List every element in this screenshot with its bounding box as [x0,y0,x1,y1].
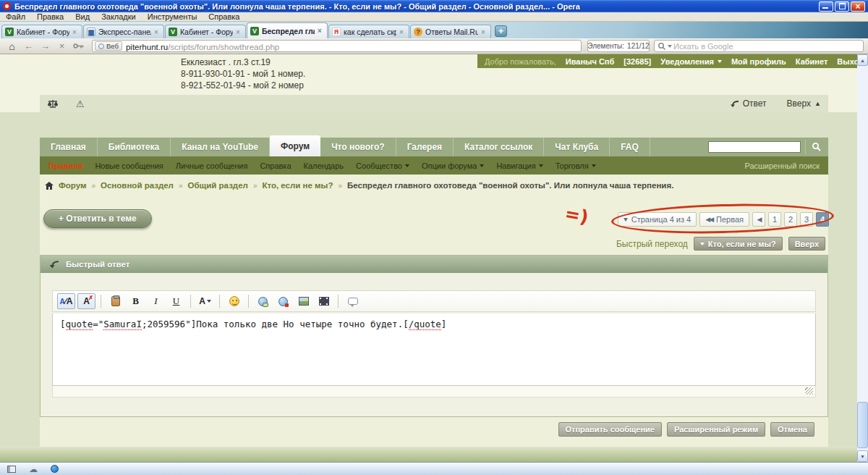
breadcrumb-link[interactable]: Основной раздел [101,181,174,190]
browser-tab[interactable]: Кабинет - Форум... × [1,25,82,38]
send-message-button[interactable]: Отправить сообщение [558,422,662,437]
prev-page-button[interactable]: ◀ [752,212,765,227]
restore-button[interactable] [835,1,849,12]
browser-tab-active[interactable]: Беспредел главно... × [247,22,328,38]
tab-close-icon[interactable]: × [481,29,488,35]
search-engine-dropdown-icon[interactable] [668,45,672,48]
scroll-down-icon[interactable]: ▼ [857,450,868,462]
nav-tab-chat[interactable]: Чат Клуба [544,138,610,156]
subnav-navigation[interactable]: Навигация [496,161,542,170]
cloud-icon[interactable]: ☁ [29,466,38,473]
reply-link[interactable]: Ответ [730,98,767,109]
nav-tab-library[interactable]: Библиотека [98,138,171,156]
browser-tab[interactable]: Экспресс-панель × [83,25,164,38]
breadcrumb-link[interactable]: Кто, если не мы? [262,181,333,190]
underline-icon[interactable]: U [167,293,185,309]
browser-search-field[interactable] [654,40,864,52]
nav-tab-whats-new[interactable]: Что нового? [320,138,396,156]
close-button[interactable] [851,1,865,12]
key-icon[interactable] [71,40,86,53]
unlink-icon[interactable] [274,293,292,309]
browser-tab[interactable]: Кабинет - Форум... × [165,25,246,38]
browser-tab[interactable]: Ответы Mail.Ru: ка... × [410,25,491,38]
reply-to-thread-button[interactable]: + Ответить в теме [43,209,152,228]
nav-tab-faq[interactable]: FAQ [610,138,650,156]
minimize-button[interactable] [819,1,833,12]
switch-editor-mode-icon[interactable]: A∕A [57,293,75,309]
page-button-1[interactable]: 1 [768,212,781,227]
username-link[interactable]: Иваныч Спб [566,57,615,66]
subnav-new-messages[interactable]: Новые сообщения [95,161,163,170]
menu-help[interactable]: Справка [208,12,239,21]
nav-tab-home[interactable]: Главная [40,138,98,156]
nav-tab-youtube[interactable]: Канал на YouTube [171,138,270,156]
resize-grip-icon[interactable] [805,387,813,395]
cabinet-link[interactable]: Кабинет [796,57,828,66]
profile-link[interactable]: Мой профиль [731,57,786,66]
insert-link-icon[interactable] [254,293,272,309]
insert-video-icon[interactable] [315,293,333,309]
nav-tab-links[interactable]: Каталог ссылок [454,138,544,156]
notifications-link[interactable]: Уведомления [660,57,722,66]
subnav-private-messages[interactable]: Личные сообщения [176,161,248,170]
wrap-quote-icon[interactable] [344,293,362,309]
smilies-icon[interactable] [225,293,243,309]
paste-icon[interactable] [106,293,124,309]
subnav-community[interactable]: Сообщество [356,161,409,170]
breadcrumb-link[interactable]: Форум [59,181,86,190]
scroll-up-icon[interactable]: ▲ [857,54,868,66]
forum-search-button[interactable] [805,140,822,154]
stop-icon[interactable]: × [54,40,69,53]
security-badge[interactable]: Веб [95,41,122,51]
nav-tab-gallery[interactable]: Галерея [396,138,454,156]
menu-file[interactable]: Файл [6,12,25,21]
remove-format-icon[interactable]: A [77,293,95,309]
page-button-3[interactable]: 3 [800,212,813,227]
italic-icon[interactable]: I [147,293,165,309]
tab-close-icon[interactable]: × [72,29,79,35]
bold-icon[interactable]: B [127,293,145,309]
menu-bookmarks[interactable]: Закладки [101,12,136,21]
breadcrumb-link[interactable]: Общий раздел [188,181,248,190]
first-page-button[interactable]: ◀◀ Первая [699,212,749,227]
menu-tools[interactable]: Инструменты [148,12,197,21]
opera-link-icon[interactable] [51,465,59,473]
font-color-icon[interactable]: A [196,293,214,309]
quick-reply-textarea[interactable]: [quote="SamuraI;2059596"]Пока только две… [52,314,816,386]
insert-image-icon[interactable] [294,293,312,309]
scroll-top-button[interactable]: Вверх [788,237,825,251]
url-field[interactable]: Веб piterhunt.ru/scripts/forum/showthrea… [92,40,582,52]
warning-icon[interactable]: ⚠ [76,98,85,109]
scrollbar-thumb[interactable] [857,402,868,448]
subnav-trade[interactable]: Торговля [556,161,596,170]
tab-close-icon[interactable]: × [154,29,161,35]
browser-tab[interactable]: как сделать скрин... × [328,25,409,38]
subnav-calendar[interactable]: Календарь [304,161,344,170]
subnav-forum-options[interactable]: Опции форума [422,161,484,170]
forward-icon[interactable]: → [38,40,53,53]
panel-toggle-icon[interactable] [7,466,16,473]
advanced-search-link[interactable]: Расширенный поиск [744,161,820,170]
tab-close-icon[interactable]: × [318,28,324,34]
menu-view[interactable]: Вид [75,12,90,21]
browser-search-input[interactable] [673,42,860,51]
page-info-dropdown[interactable]: Страница 4 из 4 [618,212,697,227]
home-icon[interactable]: ⌂ [4,40,20,53]
new-tab-button[interactable] [495,25,507,37]
scroll-top-link[interactable]: Вверх ▲ [787,98,821,109]
cancel-button[interactable]: Отмена [770,422,814,437]
forum-search-input[interactable] [708,141,801,153]
quick-jump-dropdown[interactable]: Кто, если не мы? [694,237,783,251]
subnav-rules[interactable]: Правила [48,161,82,170]
nav-tab-forum[interactable]: Форум [270,135,320,156]
advanced-mode-button[interactable]: Расширенный режим [667,422,765,437]
home-icon[interactable] [45,182,54,190]
page-button-2[interactable]: 2 [784,212,797,227]
subnav-help[interactable]: Справка [260,161,291,170]
vertical-scrollbar[interactable]: ▲ ▼ [857,54,868,462]
scales-icon[interactable] [47,99,59,109]
menu-edit[interactable]: Правка [37,12,64,21]
tab-close-icon[interactable]: × [399,29,406,35]
back-icon[interactable]: ← [21,40,36,53]
tab-close-icon[interactable]: × [236,29,242,35]
